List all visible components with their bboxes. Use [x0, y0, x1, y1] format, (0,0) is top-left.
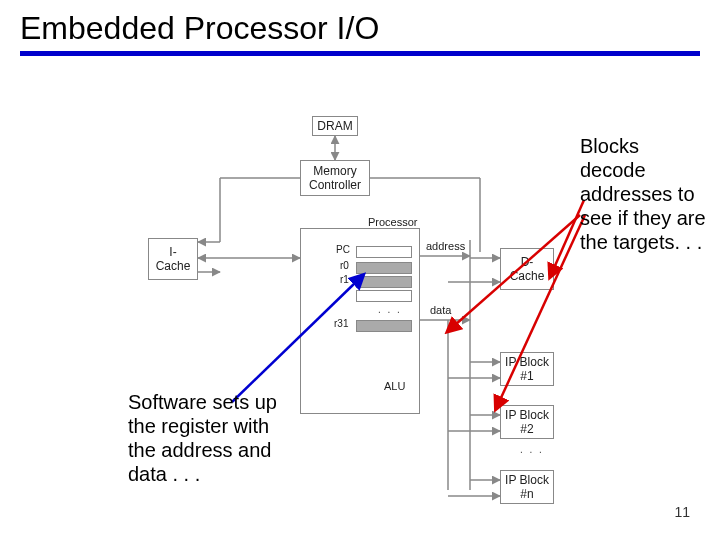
page-number: 11	[674, 504, 690, 520]
svg-line-21	[500, 215, 585, 400]
annotation-left: Software sets up the register with the a…	[128, 390, 278, 486]
svg-line-23	[232, 282, 356, 402]
diagram-stage: DRAM Memory Controller I-Cache Processor…	[0, 0, 720, 540]
annotation-right: Blocks decode addresses to see if they a…	[580, 134, 710, 254]
svg-line-20	[455, 215, 580, 325]
callout-arrows	[0, 0, 720, 540]
